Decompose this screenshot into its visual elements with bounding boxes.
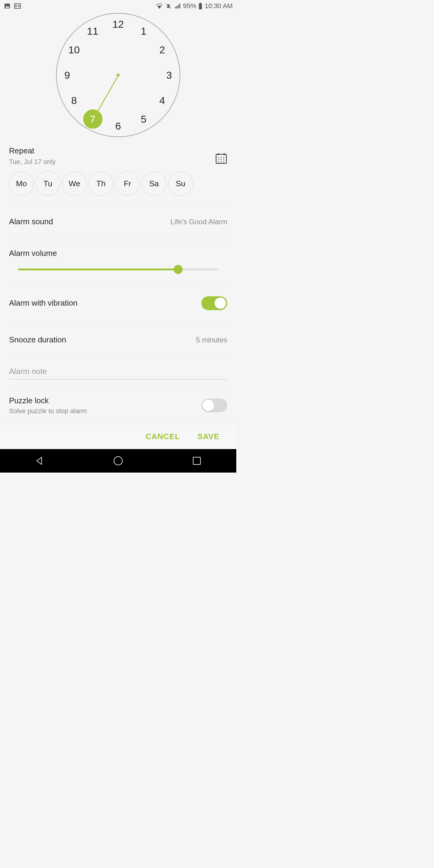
br-icon: B·R (14, 2, 21, 10)
cancel-button[interactable]: CANCEL (146, 432, 180, 441)
clock-num-7-selected[interactable]: 7 (83, 110, 102, 129)
calendar-icon[interactable] (215, 152, 227, 164)
svg-rect-10 (200, 3, 201, 3)
svg-point-20 (223, 159, 224, 160)
snooze-row[interactable]: Snooze duration 5 minutes (9, 321, 227, 358)
image-icon (4, 2, 11, 10)
vibration-label: Alarm with vibration (9, 299, 78, 308)
svg-point-21 (218, 161, 219, 162)
svg-point-19 (221, 159, 222, 160)
puzzle-lock-subtitle: Solve puzzle to stop alarm (9, 407, 87, 415)
alarm-volume-row: Alarm volume (9, 240, 227, 285)
svg-marker-24 (37, 457, 41, 464)
action-bar: CANCEL SAVE (0, 424, 236, 449)
repeat-title: Repeat (9, 146, 56, 156)
svg-point-25 (114, 457, 122, 465)
svg-text:B·R: B·R (15, 4, 20, 8)
volume-slider[interactable] (18, 267, 218, 273)
battery-icon (198, 2, 203, 10)
clock-num-1[interactable]: 1 (134, 22, 153, 40)
notification-off-icon (165, 2, 172, 10)
clock-num-10[interactable]: 10 (65, 41, 83, 59)
alarm-note-row[interactable] (9, 358, 227, 379)
vibration-row[interactable]: Alarm with vibration (9, 285, 227, 321)
puzzle-lock-row[interactable]: Puzzle lock Solve puzzle to stop alarm (9, 387, 227, 424)
puzzle-lock-toggle[interactable] (201, 398, 227, 412)
snooze-value: 5 minutes (196, 336, 227, 344)
clock-num-2[interactable]: 2 (153, 41, 171, 59)
svg-point-16 (221, 157, 222, 158)
clock-num-12[interactable]: 12 (109, 15, 127, 33)
day-fr[interactable]: Fr (115, 171, 140, 196)
day-we[interactable]: We (62, 171, 87, 196)
day-su[interactable]: Su (168, 171, 193, 196)
clock-center-dot (117, 73, 120, 76)
signal-icon (174, 2, 181, 10)
repeat-subtitle: Tue, Jul 17 only (9, 158, 56, 166)
clock-num-9[interactable]: 9 (58, 66, 76, 84)
clock-picker[interactable]: 12 1 2 3 4 5 6 7 8 9 10 11 (0, 12, 236, 137)
day-selector: Mo Tu We Th Fr Sa Su (9, 171, 227, 204)
svg-rect-8 (178, 5, 179, 8)
svg-rect-6 (175, 7, 176, 8)
puzzle-lock-label: Puzzle lock (9, 396, 87, 405)
status-left: B·R (4, 2, 21, 10)
navigation-bar (0, 449, 236, 472)
alarm-sound-value: Life's Good Alarm (170, 218, 227, 226)
save-button[interactable]: SAVE (197, 432, 219, 441)
svg-point-17 (223, 157, 224, 158)
clock-num-11[interactable]: 11 (84, 22, 102, 40)
svg-point-18 (218, 159, 219, 160)
clock-time: 10:30 AM (205, 2, 233, 10)
day-sa[interactable]: Sa (142, 171, 166, 196)
slider-thumb[interactable] (174, 265, 183, 274)
snooze-label: Snooze duration (9, 335, 66, 344)
clock-num-4[interactable]: 4 (153, 91, 171, 110)
svg-point-23 (223, 161, 224, 162)
alarm-note-input[interactable] (9, 367, 227, 376)
svg-point-22 (221, 161, 222, 162)
svg-rect-9 (179, 4, 180, 8)
toggle-knob (215, 298, 226, 309)
clock-num-5[interactable]: 5 (134, 110, 153, 128)
clock-num-8[interactable]: 8 (65, 91, 83, 110)
vibration-toggle[interactable] (201, 296, 227, 310)
status-bar: B·R 95% 10:30 AM (0, 0, 236, 12)
toggle-knob (203, 400, 214, 411)
status-right: 95% 10:30 AM (156, 2, 233, 10)
home-icon[interactable] (113, 456, 123, 466)
svg-rect-11 (199, 3, 202, 9)
svg-rect-26 (193, 457, 200, 464)
day-mo[interactable]: Mo (9, 171, 34, 196)
wifi-icon (156, 2, 163, 10)
clock-num-3[interactable]: 3 (160, 66, 178, 84)
back-icon[interactable] (34, 456, 44, 466)
battery-percent: 95% (183, 2, 196, 10)
slider-fill (18, 269, 178, 270)
svg-point-15 (218, 157, 219, 158)
clock-num-6[interactable]: 6 (109, 117, 127, 135)
recents-icon[interactable] (192, 456, 202, 466)
alarm-sound-row[interactable]: Alarm sound Life's Good Alarm (9, 204, 227, 240)
alarm-volume-label: Alarm volume (9, 249, 227, 258)
svg-rect-7 (176, 6, 177, 8)
alarm-sound-label: Alarm sound (9, 217, 53, 226)
day-tu[interactable]: Tu (36, 171, 60, 196)
day-th[interactable]: Th (89, 171, 113, 196)
